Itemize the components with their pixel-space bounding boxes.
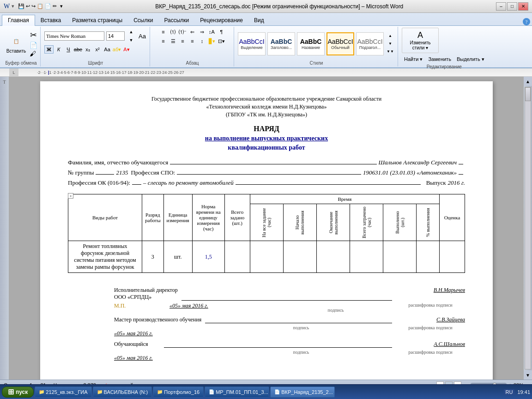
scrollbar-thumb[interactable] [525, 87, 531, 101]
scrollbar-right[interactable]: ▲ ▼ [524, 77, 532, 380]
line-spacing-button[interactable]: ↕ [198, 37, 207, 45]
tab-page-layout[interactable]: Разметка страницы [66, 15, 128, 25]
graduation-label: Выпуск [426, 179, 446, 187]
outdent-button[interactable]: ⇐ [188, 28, 197, 36]
ribbon: Главная Вставка Разметка страницы Ссылки… [0, 13, 532, 68]
prof-spo-value: 190631.01 (23.01.03) «Автомеханик» [363, 169, 457, 176]
cell-time-4 [350, 241, 383, 273]
multilevel-button[interactable]: ⑴⁻ [178, 28, 187, 36]
editing-group-label: Редактирование [427, 64, 462, 69]
align-right-button[interactable]: ≡ [178, 37, 187, 45]
tab-review[interactable]: Рецензирование [194, 15, 248, 25]
cell-work-type: Ремонт топливных форсунок дизельной сист… [68, 241, 142, 273]
director-sig-row: Исполнительный директор ООО «СРПДЦ» В.Н.… [68, 287, 465, 301]
fill-color-button[interactable]: ▊▾ [207, 37, 217, 45]
minimize-button[interactable]: – [496, 2, 506, 11]
taskbar-item-4[interactable]: 📄 ВКР_Наряд_2135_2... [270, 387, 335, 398]
table-expand-handle[interactable]: + [68, 193, 73, 199]
replace-button[interactable]: Заменить [426, 55, 453, 63]
bold-button[interactable]: Ж [44, 45, 54, 54]
paste-button[interactable]: 📋 Вставить [5, 30, 28, 58]
scroll-up-button[interactable]: ▲ [524, 77, 532, 86]
tab-references[interactable]: Ссылки [128, 15, 158, 25]
th-unit: Единица измерения [163, 194, 192, 241]
numbering-button[interactable]: ⑴ [169, 28, 178, 36]
border-button[interactable]: ⊡▾ [217, 37, 226, 45]
styles-expand[interactable]: ▼▼ [386, 48, 395, 55]
master-decipher: расшифровка подписи [396, 325, 465, 330]
start-button[interactable]: ⊞ пуск [2, 387, 34, 398]
justify-button[interactable]: ≡ [188, 37, 197, 45]
style-heading[interactable]: AaBbC Заголово... [267, 32, 295, 55]
document-page: Государственное бюджетное профессиональн… [40, 81, 493, 380]
format-painter-button[interactable]: 🖌 [30, 50, 37, 58]
student-date: «05» мая 2016 г. [114, 355, 153, 362]
tab-insert[interactable]: Вставка [35, 15, 67, 25]
select-button[interactable]: Выделить ▾ [454, 55, 487, 63]
clear-format-button[interactable]: Аа [138, 32, 147, 40]
tab-mailings[interactable]: Рассылки [158, 15, 194, 25]
indent-button[interactable]: ⇒ [198, 28, 207, 36]
student-sign-line [164, 347, 392, 348]
profok-row: Профессия ОК (016-94): – слесарь по ремо… [68, 179, 465, 187]
font-size-up-button[interactable]: ▲ [127, 28, 136, 36]
highlight-button[interactable]: аб▾ [112, 45, 121, 54]
bullets-button[interactable]: ≡ [159, 28, 168, 36]
align-center-button[interactable]: ☰ [169, 37, 178, 45]
sign-label-2: подпись [206, 325, 396, 330]
underline-button[interactable]: Ч [64, 45, 73, 54]
graduation-value: 2016 г. [448, 179, 465, 187]
style-title[interactable]: AaBbC Название [297, 32, 325, 55]
show-marks-button[interactable]: ¶ [217, 28, 226, 36]
student-role: Обучающийся [114, 341, 160, 348]
director-role: Исполнительный директор [114, 287, 178, 294]
main-area: T Государственное бюджетное профессионал… [0, 77, 532, 380]
style-normal[interactable]: AaBbCcI Обычный [326, 32, 354, 55]
taskbar-item-2[interactable]: 📁 Портфолио_16 [153, 387, 204, 398]
signatures-section: Исполнительный директор ООО «СРПДЦ» В.Н.… [68, 287, 465, 362]
style-subtitle[interactable]: AaBbCcI Подзагол... [356, 32, 384, 55]
sort-button[interactable]: ↕A [207, 28, 217, 36]
styles-scroll-up[interactable]: ▲ [386, 32, 395, 40]
superscript-button[interactable]: x² [93, 45, 102, 54]
maximize-button[interactable]: □ [507, 2, 517, 11]
case-button[interactable]: Аа [103, 45, 112, 54]
tab-home[interactable]: Главная [2, 15, 35, 26]
title-bar: W ▾ 💾 ↩ ↪ 📋 📄 ✏ ▾ ВКР_Наряд_2135_2016_сл… [0, 0, 532, 13]
group-label: № группы [68, 169, 94, 176]
align-left-button[interactable]: ≡ [159, 37, 168, 45]
student-decipher: расшифровка подписи [396, 350, 465, 355]
taskbar-item-3[interactable]: 📄 МР_ПМ.01_ПП.01_3... [205, 387, 269, 398]
subscript-button[interactable]: x₂ [83, 45, 92, 54]
change-styles-button[interactable]: А Изменить стили ▾ [402, 28, 439, 53]
tab-view[interactable]: Вид [248, 15, 270, 25]
th-time-6: % выполнения [417, 204, 440, 241]
th-grade: Оценка [440, 194, 465, 241]
master-date: «05» мая 2016 г. [114, 330, 153, 337]
styles-scroll-down[interactable]: ▼ [386, 40, 395, 48]
taskbar-item-1[interactable]: 📁 ВАСИЛЬЕВНА (N:) [93, 387, 152, 398]
copy-button[interactable]: 📄 [30, 42, 37, 49]
close-button[interactable]: ✕ [518, 2, 528, 11]
institution-line2: «Технологический колледж имени Н.Д.Кузне… [68, 103, 465, 111]
scrollbar-track[interactable] [525, 87, 531, 369]
font-size-down-button[interactable]: ▼ [127, 36, 136, 44]
italic-button[interactable]: К [54, 45, 63, 54]
window-controls[interactable]: – □ ✕ [496, 2, 528, 11]
style-highlight[interactable]: AaBbCcI Выделение [238, 32, 266, 55]
find-button[interactable]: Найти ▾ [402, 55, 425, 63]
director-date: «05» мая 2016 г. [151, 302, 208, 309]
font-name-input[interactable] [44, 31, 104, 41]
strikethrough-button[interactable]: abe [73, 45, 83, 54]
cut-button[interactable]: ✂ [30, 30, 37, 41]
ribbon-content: 📋 Вставить ✂ 📄 🖌 Буфер обмена ▲ [0, 26, 532, 67]
th-time-5: Выполнено (шт.) [383, 204, 417, 241]
view-toggle[interactable]: T [1, 79, 8, 85]
scroll-down-button[interactable]: ▼ [524, 370, 532, 380]
cell-unit: шт. [163, 241, 192, 273]
font-size-input[interactable] [106, 31, 125, 41]
color-button[interactable]: А▾ [122, 45, 131, 54]
ruler-corner[interactable]: L [9, 68, 18, 76]
help-button[interactable]: ? [523, 18, 530, 25]
taskbar-item-0[interactable]: 📁 2125_кв.экз._ГИА [35, 387, 91, 398]
